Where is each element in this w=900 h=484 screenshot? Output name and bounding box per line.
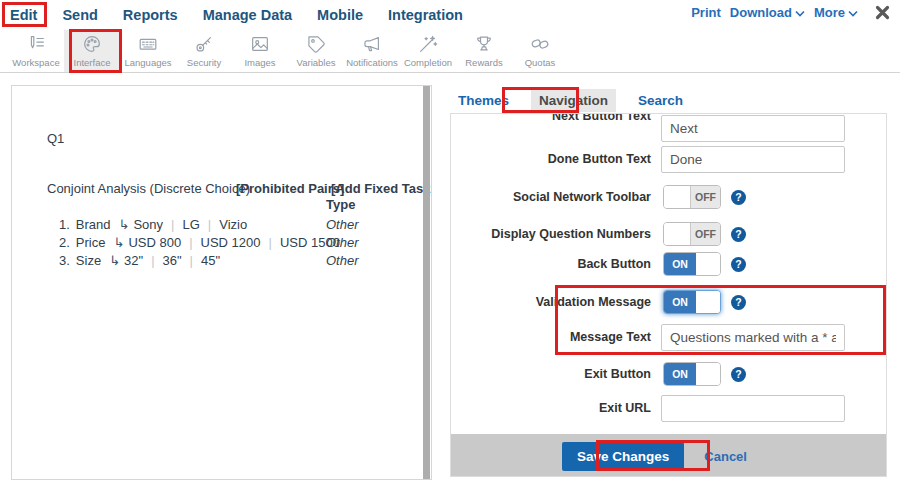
field-label-done-button-text: Done Button Text (451, 152, 661, 167)
form-row-exit-button: Exit ButtonON? (451, 362, 886, 386)
toggle-empty-segment (664, 186, 690, 208)
field-label-next-button-text: Next Button Text (451, 113, 661, 124)
form-row-exit-url: Exit URL (451, 395, 886, 422)
attribute-type: Other (326, 253, 359, 268)
help-icon[interactable]: ? (731, 367, 746, 382)
level-separator: | (190, 253, 193, 268)
toggle-state-label: OFF (690, 186, 720, 208)
navigation-settings-form: Save Changes Cancel Next Button TextDone… (450, 113, 887, 477)
field-label-message-text: Message Text (451, 330, 661, 345)
toolbar-item-label: Security (187, 57, 221, 68)
close-icon[interactable] (875, 5, 890, 20)
help-icon[interactable]: ? (731, 227, 746, 242)
toolbar-item-variables[interactable]: Variables (288, 30, 344, 72)
attribute-number: 3. (59, 253, 70, 268)
save-changes-button[interactable]: Save Changes (562, 442, 684, 471)
nav-item-reports[interactable]: Reports (123, 7, 178, 23)
form-row-social-network-toolbar: Social Network ToolbarOFF? (451, 185, 886, 209)
form-row-next-button-text: Next Button Text (451, 115, 886, 142)
toggle-social-network-toolbar[interactable]: OFF (663, 185, 721, 209)
security-key-icon (193, 33, 215, 55)
images-icon (249, 33, 271, 55)
level-separator: | (269, 235, 272, 250)
attribute-level: Sony (133, 217, 163, 232)
toolbar-item-label: Quotas (525, 57, 556, 68)
variables-tag-icon (305, 33, 327, 55)
left-panel-scrollbar[interactable] (423, 86, 430, 479)
form-row-display-question-numbers: Display Question NumbersOFF? (451, 222, 886, 246)
input-next-button-text[interactable] (661, 115, 845, 142)
attribute-type: Other (326, 217, 359, 232)
toolbar-item-workspace[interactable]: Workspace (8, 30, 64, 72)
nav-item-manage-data[interactable]: Manage Data (203, 7, 292, 23)
toggle-exit-button[interactable]: ON (663, 362, 721, 386)
toolbar-item-security[interactable]: Security (176, 30, 232, 72)
input-exit-url[interactable] (661, 395, 845, 422)
more-dropdown[interactable]: More (814, 5, 858, 20)
tab-search[interactable]: Search (630, 89, 691, 112)
toolbar-item-label: Notifications (346, 57, 398, 68)
languages-keyboard-icon (137, 33, 159, 55)
app-window: EditSendReportsManage DataMobileIntegrat… (0, 0, 900, 484)
level-separator: | (151, 253, 154, 268)
tab-themes[interactable]: Themes (450, 89, 517, 112)
level-arrow-icon: ↳ (109, 253, 120, 268)
help-icon[interactable]: ? (731, 257, 746, 272)
nav-item-integration[interactable]: Integration (388, 7, 463, 23)
attribute-definition: 3.Size↳32"|36"|45" (59, 253, 220, 268)
toolbar-item-notifications[interactable]: Notifications (344, 30, 400, 72)
toolbar-item-completion[interactable]: Completion (400, 30, 456, 72)
cancel-link[interactable]: Cancel (704, 449, 747, 464)
attribute-definition: 2.Price↳USD 800|USD 1200|USD 1500 (59, 235, 340, 250)
question-code: Q1 (47, 131, 64, 146)
toggle-display-question-numbers[interactable]: OFF (663, 222, 721, 246)
toolbar-item-label: Variables (297, 57, 336, 68)
toolbar-item-quotas[interactable]: Quotas (512, 30, 568, 72)
toggle-back-button[interactable]: ON (663, 252, 721, 276)
toolbar-item-label: Rewards (465, 57, 503, 68)
conjoint-attribute-row: 3.Size↳32"|36"|45"Other (12, 253, 431, 271)
prohibited-pairs-link[interactable]: [Prohibited Pairs] (236, 181, 344, 196)
attribute-level: 32" (124, 253, 143, 268)
print-link[interactable]: Print (691, 5, 721, 20)
toolbar-item-images[interactable]: Images (232, 30, 288, 72)
help-icon[interactable]: ? (731, 190, 746, 205)
toolbar-item-label: Languages (124, 57, 171, 68)
attribute-name: Size (76, 253, 101, 268)
field-label-back-button: Back Button (451, 257, 661, 272)
form-row-validation-message: Validation MessageON? (451, 290, 886, 314)
toggle-validation-message[interactable]: ON (663, 290, 721, 314)
chevron-down-icon (795, 5, 805, 20)
toolbar-item-label: Completion (404, 57, 452, 68)
notifications-megaphone-icon (361, 33, 383, 55)
field-label-exit-button: Exit Button (451, 367, 661, 382)
panel-actions: Print Download More (691, 0, 890, 25)
nav-item-edit[interactable]: Edit (10, 7, 37, 23)
toolbar-item-rewards[interactable]: Rewards (456, 30, 512, 72)
conjoint-attribute-row: 2.Price↳USD 800|USD 1200|USD 1500Other (12, 235, 431, 253)
download-dropdown[interactable]: Download (730, 5, 805, 20)
toolbar-item-interface[interactable]: Interface (64, 30, 120, 72)
workspace-icon (25, 33, 47, 55)
toggle-state-label: ON (664, 291, 696, 313)
nav-item-mobile[interactable]: Mobile (317, 7, 363, 23)
toggle-state-label: ON (664, 363, 696, 385)
attribute-level: USD 1200 (201, 235, 261, 250)
toolbar-item-languages[interactable]: Languages (120, 30, 176, 72)
input-done-button-text[interactable] (661, 146, 845, 173)
field-label-validation-message: Validation Message (451, 295, 661, 310)
nav-item-send[interactable]: Send (62, 7, 97, 23)
toolbar-item-label: Images (244, 57, 275, 68)
toolbar-item-label: Interface (74, 57, 111, 68)
toggle-empty-segment (696, 291, 720, 313)
level-separator: | (171, 217, 174, 232)
toggle-empty-segment (696, 363, 720, 385)
help-icon[interactable]: ? (731, 295, 746, 310)
form-row-done-button-text: Done Button Text (451, 146, 886, 173)
tab-navigation[interactable]: Navigation (531, 89, 616, 112)
add-fixed-tasks-link[interactable]: [Add Fixed Tasks (331, 181, 432, 196)
input-message-text[interactable] (661, 324, 845, 351)
chevron-down-icon (848, 5, 858, 20)
attribute-definition: 1.Brand↳Sony|LG|Vizio (59, 217, 247, 232)
completion-wand-icon (417, 33, 439, 55)
